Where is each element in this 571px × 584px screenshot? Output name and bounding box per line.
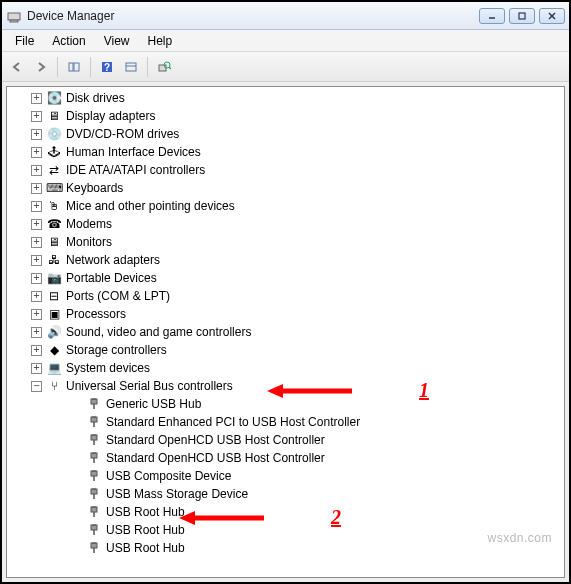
category-icon: ⇄ [46,162,62,178]
tree-category[interactable]: +⊟Ports (COM & LPT) [11,287,564,305]
device-tree[interactable]: +💽Disk drives+🖥Display adapters+💿DVD/CD-… [7,87,564,577]
tree-category[interactable]: +🖧Network adapters [11,251,564,269]
svg-rect-3 [519,13,525,19]
help-button[interactable]: ? [96,56,118,78]
tree-device[interactable]: Standard OpenHCD USB Host Controller [11,449,564,467]
svg-rect-39 [91,507,97,512]
tree-category[interactable]: +⌨Keyboards [11,179,564,197]
title-bar: Device Manager [2,2,569,30]
device-label: USB Root Hub [106,539,185,557]
usb-plug-icon [86,450,102,466]
tree-category[interactable]: +💻System devices [11,359,564,377]
show-hide-console-button[interactable] [63,56,85,78]
category-label: Display adapters [66,107,155,125]
category-label: Sound, video and game controllers [66,323,251,341]
usb-plug-icon [86,486,102,502]
usb-plug-icon [86,468,102,484]
toolbar-separator [90,57,91,77]
menu-file[interactable]: File [6,32,43,50]
tree-category[interactable]: −⑂Universal Serial Bus controllers [11,377,564,395]
tree-category[interactable]: +⇄IDE ATA/ATAPI controllers [11,161,564,179]
usb-plug-icon [86,504,102,520]
tree-device[interactable]: USB Root Hub [11,521,564,539]
svg-rect-12 [159,65,166,71]
expand-icon[interactable]: + [31,309,42,320]
expand-icon[interactable]: + [31,291,42,302]
tree-category[interactable]: +💽Disk drives [11,89,564,107]
expand-icon[interactable]: + [31,273,42,284]
tree-category[interactable]: +💿DVD/CD-ROM drives [11,125,564,143]
tree-device[interactable]: USB Root Hub [11,539,564,557]
maximize-button[interactable] [509,8,535,24]
expand-icon[interactable]: + [31,237,42,248]
expand-icon[interactable]: + [31,363,42,374]
tree-category[interactable]: +📷Portable Devices [11,269,564,287]
tree-device[interactable]: USB Mass Storage Device [11,485,564,503]
category-icon: 🔊 [46,324,62,340]
scan-hardware-button[interactable] [153,56,175,78]
svg-rect-31 [91,471,97,476]
expand-icon[interactable]: + [31,93,42,104]
tree-category[interactable]: +🔊Sound, video and game controllers [11,323,564,341]
minimize-button[interactable] [479,8,505,24]
expand-icon[interactable]: + [31,165,42,176]
category-icon: 💿 [46,126,62,142]
toolbar: ? [2,52,569,82]
tree-device[interactable]: Generic USB Hub [11,395,564,413]
category-label: Storage controllers [66,341,167,359]
svg-rect-0 [8,13,20,20]
collapse-icon[interactable]: − [31,381,42,392]
svg-rect-47 [91,543,97,548]
expand-icon[interactable]: + [31,219,42,230]
app-icon [6,8,22,24]
tree-device[interactable]: Standard Enhanced PCI to USB Host Contro… [11,413,564,431]
category-icon: 🖱 [46,198,62,214]
back-button[interactable] [6,56,28,78]
tree-category[interactable]: +🖥Monitors [11,233,564,251]
tree-device[interactable]: Standard OpenHCD USB Host Controller [11,431,564,449]
expand-icon[interactable]: + [31,201,42,212]
forward-button[interactable] [30,56,52,78]
close-button[interactable] [539,8,565,24]
properties-button[interactable] [120,56,142,78]
tree-category[interactable]: +🖥Display adapters [11,107,564,125]
category-icon: 🕹 [46,144,62,160]
device-label: Standard OpenHCD USB Host Controller [106,431,325,449]
category-label: Universal Serial Bus controllers [66,377,233,395]
category-label: Network adapters [66,251,160,269]
svg-rect-23 [91,435,97,440]
category-label: Modems [66,215,112,233]
tree-device[interactable]: USB Composite Device [11,467,564,485]
expand-icon[interactable]: + [31,255,42,266]
expand-icon[interactable]: + [31,183,42,194]
menu-action[interactable]: Action [43,32,94,50]
tree-device[interactable]: USB Root Hub [11,503,564,521]
category-icon: ⑂ [46,378,62,394]
tree-category[interactable]: +☎Modems [11,215,564,233]
tree-category[interactable]: +◆Storage controllers [11,341,564,359]
usb-plug-icon [86,540,102,556]
content-area: +💽Disk drives+🖥Display adapters+💿DVD/CD-… [2,82,569,582]
expand-icon[interactable]: + [31,147,42,158]
category-icon: 📷 [46,270,62,286]
toolbar-separator [147,57,148,77]
device-label: USB Root Hub [106,503,185,521]
category-label: Keyboards [66,179,123,197]
category-label: Disk drives [66,89,125,107]
usb-plug-icon [86,414,102,430]
category-label: DVD/CD-ROM drives [66,125,179,143]
expand-icon[interactable]: + [31,129,42,140]
tree-category[interactable]: +🕹Human Interface Devices [11,143,564,161]
expand-icon[interactable]: + [31,345,42,356]
svg-rect-15 [91,399,97,404]
tree-category[interactable]: +▣Processors [11,305,564,323]
device-tree-panel: +💽Disk drives+🖥Display adapters+💿DVD/CD-… [6,86,565,578]
expand-icon[interactable]: + [31,327,42,338]
expand-icon[interactable]: + [31,111,42,122]
device-manager-window: Device Manager File Action View Help ? +… [2,2,569,582]
tree-category[interactable]: +🖱Mice and other pointing devices [11,197,564,215]
category-label: IDE ATA/ATAPI controllers [66,161,205,179]
category-icon: ◆ [46,342,62,358]
menu-view[interactable]: View [95,32,139,50]
menu-help[interactable]: Help [139,32,182,50]
